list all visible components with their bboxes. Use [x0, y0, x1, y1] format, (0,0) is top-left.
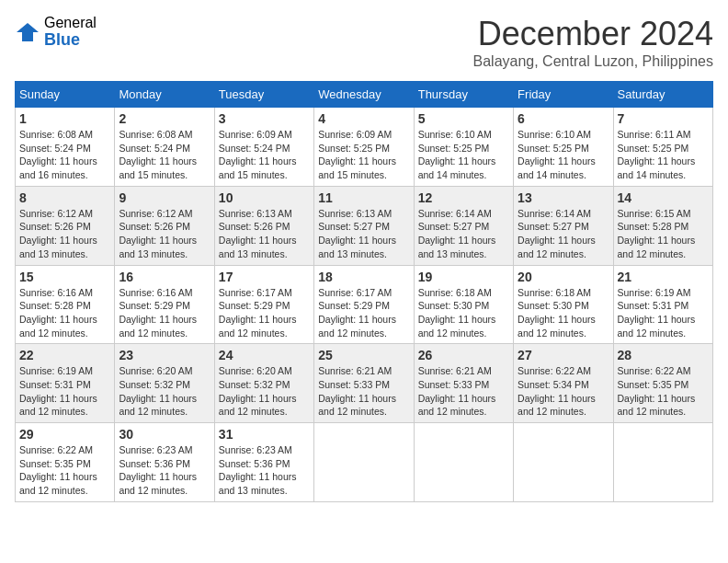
calendar-cell: 9Sunrise: 6:12 AMSunset: 5:26 PMDaylight…	[115, 186, 214, 265]
weekday-header-tuesday: Tuesday	[214, 82, 313, 108]
day-number: 1	[19, 111, 110, 126]
day-number: 3	[219, 111, 310, 126]
calendar-week-row: 15Sunrise: 6:16 AMSunset: 5:28 PMDayligh…	[16, 265, 713, 344]
day-info: Sunrise: 6:20 AMSunset: 5:32 PMDaylight:…	[219, 364, 310, 419]
day-info: Sunrise: 6:10 AMSunset: 5:25 PMDaylight:…	[518, 128, 609, 182]
day-info: Sunrise: 6:16 AMSunset: 5:29 PMDaylight:…	[119, 286, 210, 340]
day-info: Sunrise: 6:08 AMSunset: 5:24 PMDaylight:…	[19, 128, 110, 182]
weekday-header-friday: Friday	[514, 82, 613, 108]
day-number: 26	[418, 348, 509, 362]
calendar-cell: 31Sunrise: 6:23 AMSunset: 5:36 PMDayligh…	[214, 423, 313, 502]
calendar-week-row: 22Sunrise: 6:19 AMSunset: 5:31 PMDayligh…	[16, 344, 713, 423]
calendar-cell: 20Sunrise: 6:18 AMSunset: 5:30 PMDayligh…	[514, 265, 613, 344]
day-info: Sunrise: 6:18 AMSunset: 5:30 PMDaylight:…	[418, 286, 509, 340]
day-info: Sunrise: 6:13 AMSunset: 5:26 PMDaylight:…	[219, 207, 310, 261]
calendar-cell: 18Sunrise: 6:17 AMSunset: 5:29 PMDayligh…	[314, 265, 414, 344]
day-number: 27	[518, 348, 609, 362]
calendar-cell: 11Sunrise: 6:13 AMSunset: 5:27 PMDayligh…	[314, 186, 414, 265]
day-info: Sunrise: 6:18 AMSunset: 5:30 PMDaylight:…	[518, 286, 609, 340]
day-number: 17	[219, 270, 310, 284]
calendar-cell: 27Sunrise: 6:22 AMSunset: 5:34 PMDayligh…	[514, 344, 613, 423]
day-info: Sunrise: 6:14 AMSunset: 5:27 PMDaylight:…	[518, 207, 609, 261]
calendar-cell: 16Sunrise: 6:16 AMSunset: 5:29 PMDayligh…	[115, 265, 214, 344]
calendar-cell: 5Sunrise: 6:10 AMSunset: 5:25 PMDaylight…	[414, 108, 513, 187]
day-number: 11	[318, 190, 409, 205]
calendar-cell: 22Sunrise: 6:19 AMSunset: 5:31 PMDayligh…	[16, 344, 115, 423]
calendar-week-row: 8Sunrise: 6:12 AMSunset: 5:26 PMDaylight…	[16, 186, 713, 265]
day-number: 21	[618, 270, 709, 284]
day-number: 28	[618, 348, 709, 362]
day-info: Sunrise: 6:19 AMSunset: 5:31 PMDaylight:…	[19, 364, 110, 419]
weekday-header-monday: Monday	[115, 82, 214, 108]
weekday-header-wednesday: Wednesday	[314, 82, 414, 108]
calendar-cell: 29Sunrise: 6:22 AMSunset: 5:35 PMDayligh…	[16, 423, 115, 502]
day-info: Sunrise: 6:22 AMSunset: 5:34 PMDaylight:…	[518, 364, 609, 419]
calendar-cell	[414, 423, 513, 502]
calendar-cell: 10Sunrise: 6:13 AMSunset: 5:26 PMDayligh…	[214, 186, 313, 265]
day-info: Sunrise: 6:22 AMSunset: 5:35 PMDaylight:…	[618, 364, 709, 419]
day-info: Sunrise: 6:12 AMSunset: 5:26 PMDaylight:…	[119, 207, 210, 261]
calendar-cell: 14Sunrise: 6:15 AMSunset: 5:28 PMDayligh…	[613, 186, 712, 265]
day-info: Sunrise: 6:17 AMSunset: 5:29 PMDaylight:…	[219, 286, 310, 340]
calendar-cell: 7Sunrise: 6:11 AMSunset: 5:25 PMDaylight…	[613, 108, 712, 187]
day-number: 6	[518, 111, 609, 126]
day-number: 19	[418, 270, 509, 284]
day-number: 2	[119, 111, 210, 126]
calendar-cell: 8Sunrise: 6:12 AMSunset: 5:26 PMDaylight…	[16, 186, 115, 265]
weekday-header-saturday: Saturday	[613, 82, 712, 108]
day-info: Sunrise: 6:23 AMSunset: 5:36 PMDaylight:…	[119, 443, 210, 498]
day-number: 25	[318, 348, 409, 362]
day-info: Sunrise: 6:19 AMSunset: 5:31 PMDaylight:…	[618, 286, 709, 340]
day-number: 13	[518, 190, 609, 205]
day-number: 4	[318, 111, 409, 126]
day-number: 24	[219, 348, 310, 362]
day-number: 5	[418, 111, 509, 126]
day-number: 9	[119, 190, 210, 205]
calendar-week-row: 1Sunrise: 6:08 AMSunset: 5:24 PMDaylight…	[16, 108, 713, 187]
weekday-header-sunday: Sunday	[16, 82, 115, 108]
day-number: 15	[19, 270, 110, 284]
location-title: Balayang, Central Luzon, Philippines	[473, 53, 714, 70]
day-info: Sunrise: 6:09 AMSunset: 5:25 PMDaylight:…	[318, 128, 409, 182]
day-info: Sunrise: 6:16 AMSunset: 5:28 PMDaylight:…	[19, 286, 110, 340]
weekday-header-thursday: Thursday	[414, 82, 513, 108]
day-info: Sunrise: 6:09 AMSunset: 5:24 PMDaylight:…	[219, 128, 310, 182]
day-info: Sunrise: 6:15 AMSunset: 5:28 PMDaylight:…	[618, 207, 709, 261]
day-number: 22	[19, 348, 110, 362]
logo: General Blue	[15, 15, 97, 49]
logo-icon	[15, 19, 40, 45]
logo-general: General	[44, 15, 97, 31]
calendar-cell: 26Sunrise: 6:21 AMSunset: 5:33 PMDayligh…	[414, 344, 513, 423]
calendar-cell: 24Sunrise: 6:20 AMSunset: 5:32 PMDayligh…	[214, 344, 313, 423]
calendar-table: SundayMondayTuesdayWednesdayThursdayFrid…	[15, 81, 713, 502]
day-number: 10	[219, 190, 310, 205]
calendar-cell: 23Sunrise: 6:20 AMSunset: 5:32 PMDayligh…	[115, 344, 214, 423]
calendar-cell: 19Sunrise: 6:18 AMSunset: 5:30 PMDayligh…	[414, 265, 513, 344]
month-title: December 2024	[473, 15, 714, 53]
day-info: Sunrise: 6:12 AMSunset: 5:26 PMDaylight:…	[19, 207, 110, 261]
logo-text: General Blue	[44, 15, 97, 49]
calendar-week-row: 29Sunrise: 6:22 AMSunset: 5:35 PMDayligh…	[16, 423, 713, 502]
day-number: 16	[119, 270, 210, 284]
day-number: 30	[119, 427, 210, 442]
calendar-cell: 15Sunrise: 6:16 AMSunset: 5:28 PMDayligh…	[16, 265, 115, 344]
calendar-cell: 17Sunrise: 6:17 AMSunset: 5:29 PMDayligh…	[214, 265, 313, 344]
day-number: 29	[19, 427, 110, 442]
day-info: Sunrise: 6:13 AMSunset: 5:27 PMDaylight:…	[318, 207, 409, 261]
day-info: Sunrise: 6:08 AMSunset: 5:24 PMDaylight:…	[119, 128, 210, 182]
calendar-cell: 3Sunrise: 6:09 AMSunset: 5:24 PMDaylight…	[214, 108, 313, 187]
day-number: 7	[618, 111, 709, 126]
calendar-cell	[314, 423, 414, 502]
day-info: Sunrise: 6:23 AMSunset: 5:36 PMDaylight:…	[219, 443, 310, 498]
calendar-cell: 13Sunrise: 6:14 AMSunset: 5:27 PMDayligh…	[514, 186, 613, 265]
day-number: 12	[418, 190, 509, 205]
day-number: 8	[19, 190, 110, 205]
svg-marker-0	[17, 23, 39, 41]
day-number: 18	[318, 270, 409, 284]
calendar-cell: 21Sunrise: 6:19 AMSunset: 5:31 PMDayligh…	[613, 265, 712, 344]
day-info: Sunrise: 6:17 AMSunset: 5:29 PMDaylight:…	[318, 286, 409, 340]
calendar-cell: 30Sunrise: 6:23 AMSunset: 5:36 PMDayligh…	[115, 423, 214, 502]
calendar-header-row: SundayMondayTuesdayWednesdayThursdayFrid…	[16, 82, 713, 108]
page-header: General Blue December 2024 Balayang, Cen…	[15, 15, 713, 70]
calendar-cell: 12Sunrise: 6:14 AMSunset: 5:27 PMDayligh…	[414, 186, 513, 265]
